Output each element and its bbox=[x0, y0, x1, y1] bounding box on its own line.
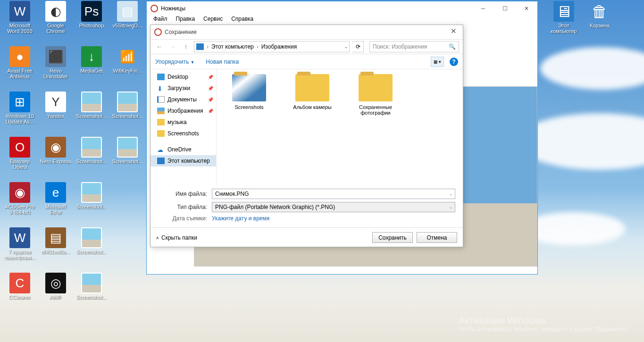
pc-icon bbox=[196, 43, 204, 50]
chevron-down-icon[interactable]: ⌵ bbox=[345, 44, 347, 49]
desktop-icon[interactable]: 📶WifiKeyFin... bbox=[110, 46, 144, 88]
desktop-icon[interactable]: CCCleaner bbox=[3, 273, 37, 314]
desktop-icon-label: Revo Uninstaller bbox=[39, 68, 73, 79]
folder-icon bbox=[157, 130, 165, 137]
folder-icon bbox=[157, 74, 165, 80]
maximize-button[interactable]: ☐ bbox=[494, 1, 516, 16]
tree-node[interactable]: ⬇Загрузки📌 bbox=[151, 83, 216, 94]
folder-icon bbox=[295, 74, 329, 101]
desktop-icon-label: Screenshot... bbox=[76, 249, 107, 255]
help-button[interactable]: ? bbox=[450, 58, 458, 66]
desktop-icon-label: Браузер Opera bbox=[3, 158, 37, 170]
pin-icon: 📌 bbox=[208, 97, 213, 102]
desktop-icon[interactable]: Screenshot... bbox=[75, 137, 109, 178]
desktop-icon[interactable]: ●Avast Free Antivirus bbox=[3, 46, 37, 88]
pin-icon: 📌 bbox=[208, 108, 213, 114]
desktop-icon[interactable]: Screenshot... bbox=[75, 273, 109, 314]
back-button[interactable]: ← bbox=[154, 42, 165, 52]
path-root[interactable]: Этот компьютер bbox=[211, 43, 254, 50]
snipping-title: Ножницы bbox=[161, 5, 185, 12]
app-icon: ◉ bbox=[45, 137, 66, 158]
desktop-icon[interactable]: PsPhotoshop bbox=[75, 1, 109, 42]
app-icon: Y bbox=[45, 92, 66, 112]
cancel-button[interactable]: Отмена bbox=[417, 232, 457, 243]
search-icon: 🔍 bbox=[449, 43, 456, 50]
desktop-icon[interactable]: eMicrosoft Edge bbox=[39, 182, 73, 224]
desktop-icon-label: Nero Express bbox=[40, 158, 72, 164]
desktop-icon[interactable]: ◉Nero Express bbox=[39, 137, 73, 178]
filetype-select[interactable]: PNG-файл (Portable Network Graphic) (*.P… bbox=[212, 202, 455, 212]
folder-icon: ☁ bbox=[157, 146, 165, 153]
desktop-icon[interactable]: ⊞Windows 10 Update As... bbox=[3, 92, 37, 133]
desktop-icon[interactable]: ▤v5SttniegD... bbox=[110, 1, 144, 42]
desktop-icon[interactable]: Screenshot... bbox=[75, 182, 109, 224]
desktop-icon[interactable]: Screenshot... bbox=[110, 92, 144, 133]
tree-node-label: Документы bbox=[167, 96, 197, 103]
close-button[interactable]: ✕ bbox=[516, 1, 537, 16]
desktop-icon[interactable]: ▤df401ed8a... bbox=[39, 227, 73, 269]
filename-input[interactable]: Снимок.PNG⌵ bbox=[212, 189, 455, 199]
desktop-icon[interactable]: W7 практик трансформ... bbox=[3, 227, 37, 269]
app-icon: 🗑 bbox=[589, 1, 610, 22]
address-bar[interactable]: › Этот компьютер › Изображения ⌵ bbox=[194, 41, 350, 52]
desktop-icon-label: v5SttniegD... bbox=[113, 23, 142, 28]
tree-node[interactable]: Screenshots bbox=[151, 128, 216, 139]
desktop-icon[interactable]: 🖥Этот компьютер bbox=[547, 1, 581, 42]
tree-node[interactable]: Изображения📌 bbox=[151, 105, 216, 117]
desktop-icon-label: ACDSee Pro 9 (64-bit) bbox=[3, 204, 37, 215]
tree-node[interactable]: музыка bbox=[151, 117, 216, 128]
refresh-button[interactable]: ⟳ bbox=[352, 41, 364, 52]
dialog-icon bbox=[154, 28, 162, 36]
app-icon: ◎ bbox=[45, 273, 66, 293]
desktop-icon[interactable]: ↓MediaGet bbox=[75, 46, 109, 88]
new-folder-button[interactable]: Новая папка bbox=[206, 58, 239, 65]
folder-item[interactable]: Screenshots bbox=[223, 74, 275, 181]
desktop-icon[interactable]: Screenshot... bbox=[75, 92, 109, 133]
desktop-icon[interactable]: OБраузер Opera bbox=[3, 137, 37, 178]
tree-node[interactable]: Этот компьютер bbox=[151, 155, 216, 167]
forward-button[interactable]: → bbox=[167, 42, 178, 52]
desktop-icon[interactable]: ◉ACDSee Pro 9 (64-bit) bbox=[3, 182, 37, 224]
app-icon bbox=[81, 227, 102, 248]
pin-icon: 📌 bbox=[208, 86, 213, 91]
tree-node-label: Изображения bbox=[167, 108, 203, 114]
dialog-close-button[interactable]: ✕ bbox=[447, 27, 460, 37]
tree-node-label: Screenshots bbox=[167, 130, 199, 137]
folder-icon bbox=[157, 108, 165, 114]
folder-item[interactable]: Альбом камеры bbox=[286, 74, 338, 181]
tree-node[interactable]: Документы📌 bbox=[151, 94, 216, 105]
desktop-icon[interactable]: YYandex bbox=[39, 92, 73, 133]
chevron-right-icon: › bbox=[257, 43, 259, 50]
desktop-icon-label: Screenshot... bbox=[76, 113, 107, 119]
save-button[interactable]: Сохранить bbox=[372, 232, 413, 243]
save-dialog: Сохранение ✕ ← → ↑ › Этот компьютер › Из… bbox=[150, 25, 463, 247]
desktop-icon-label: Screenshot... bbox=[112, 113, 143, 119]
path-current[interactable]: Изображения bbox=[261, 43, 297, 50]
desktop-icon-label: Microsoft Edge bbox=[39, 204, 73, 215]
app-icon: W bbox=[9, 1, 30, 22]
desktop-icon[interactable]: Screenshot... bbox=[110, 137, 144, 178]
date-hint-link[interactable]: Укажите дату и время bbox=[212, 215, 269, 222]
desktop-icon[interactable]: Screenshot... bbox=[75, 227, 109, 269]
app-icon bbox=[81, 137, 102, 158]
desktop-icon[interactable]: ◎AIMP bbox=[39, 273, 73, 314]
organize-button[interactable]: Упорядочить▼ bbox=[155, 58, 194, 65]
hide-folders-button[interactable]: ʌ Скрыть папки bbox=[156, 234, 197, 241]
tree-node[interactable]: Desktop📌 bbox=[151, 71, 216, 83]
folder-item[interactable]: Сохраненные фотографии bbox=[350, 74, 401, 181]
tree-node-label: OneDrive bbox=[167, 146, 192, 153]
desktop-icon[interactable]: WMicrosoft Word 2010 bbox=[3, 1, 37, 42]
cloud-deco bbox=[540, 47, 644, 90]
minimize-button[interactable]: ─ bbox=[472, 1, 494, 16]
desktop-icon[interactable]: ◐Google Chrome bbox=[39, 1, 73, 42]
up-button[interactable]: ↑ bbox=[181, 42, 191, 52]
view-options-button[interactable]: ▦ ▾ bbox=[431, 57, 444, 67]
desktop-icon-label: Screenshot... bbox=[76, 158, 107, 164]
desktop-icon[interactable]: 🗑Корзина bbox=[583, 1, 617, 42]
search-input[interactable]: Поиск: Изображения 🔍 bbox=[369, 41, 459, 52]
app-icon: O bbox=[9, 137, 30, 158]
folder-icon bbox=[157, 119, 165, 125]
tree-node[interactable]: ☁OneDrive bbox=[151, 144, 216, 155]
desktop-icon[interactable]: ⬛Revo Uninstaller bbox=[39, 46, 73, 88]
app-icon: ▤ bbox=[117, 1, 138, 22]
